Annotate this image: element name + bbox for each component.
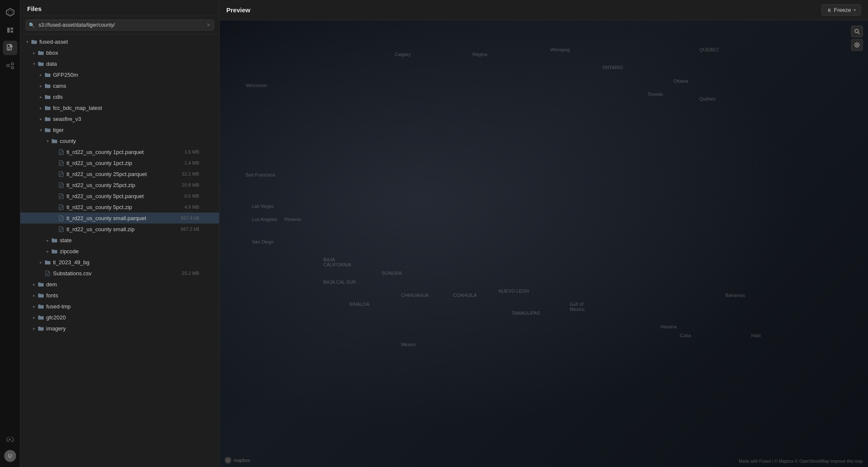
chevron-icon: ▾ [37, 126, 44, 133]
chevron-icon: ▸ [31, 281, 37, 288]
chevron-icon: ▸ [37, 259, 44, 266]
discord-icon[interactable] [3, 432, 17, 447]
chevron-down-icon: ▾ [854, 8, 856, 12]
tree-item-cdls[interactable]: ▸ cdls⋮ [20, 91, 219, 102]
tree-item-fonts[interactable]: ▸ fonts⋮ [20, 290, 219, 301]
tree-item-tl_rd22_5pct_parquet[interactable]: tl_rd22_us_county 5pct.parquet6.6 MB⬇⋮ [20, 190, 219, 201]
chevron-icon: ▾ [31, 60, 37, 67]
folder-icon [44, 259, 51, 266]
map-controls [851, 25, 863, 51]
item-name-cdls: cdls [53, 94, 206, 100]
svg-rect-9 [7, 64, 9, 67]
pause-icon: ⏸ [827, 8, 832, 13]
folder-icon [37, 303, 44, 310]
item-name-imagery: imagery [46, 325, 206, 332]
layers-icon[interactable] [3, 23, 17, 37]
tree-item-seasfire_v3[interactable]: ▸ seasfire_v3⋮ [20, 113, 219, 124]
preview-title: Preview [226, 6, 250, 14]
file-icon [58, 204, 64, 210]
clear-icon[interactable]: ✕ [206, 22, 211, 28]
item-name-fonts: fonts [46, 292, 206, 299]
file-panel: Files 🔍 ✕ ▾ fused-asset⋮▸ bbox⋮▾ data⋮▸ [20, 0, 220, 467]
item-name-county: county [60, 138, 206, 144]
tree-item-zipcode[interactable]: ▸ zipcode⋮ [20, 246, 219, 257]
map-gps-button[interactable] [851, 39, 863, 51]
folder-icon [37, 60, 44, 67]
tree-item-Substations_csv[interactable]: Substations.csv25.2 MB⬇⋮ [20, 268, 219, 279]
logo-icon[interactable] [3, 5, 17, 20]
tree-item-fused-asset[interactable]: ▾ fused-asset⋮ [20, 36, 219, 47]
tree-item-tl_rd22_1pct_parquet[interactable]: tl_rd22_us_county 1pct.parquet1.6 MB⬇⋮ [20, 146, 219, 157]
tree-item-dem[interactable]: ▸ dem⋮ [20, 279, 219, 290]
map-search-button[interactable] [851, 25, 863, 37]
user-avatar[interactable]: U [4, 450, 16, 462]
chevron-icon: ▸ [37, 115, 44, 122]
folder-icon [31, 38, 37, 45]
item-name-tl_rd22_25pct_parquet: tl_rd22_us_county 25pct.parquet [67, 171, 182, 177]
item-name-tl_2023_49_bg: tl_2023_49_bg [53, 259, 206, 266]
preview-panel: Preview ⏸ Freeze ▾ [220, 0, 868, 467]
no-chevron [51, 182, 58, 188]
svg-point-45 [855, 29, 858, 33]
tree-item-GFP250m[interactable]: ▸ GFP250m⋮ [20, 69, 219, 80]
svg-point-48 [856, 44, 858, 46]
svg-rect-4 [11, 31, 13, 33]
tree-item-tl_rd22_5pct_zip[interactable]: tl_rd22_us_county 5pct.zip4.9 MB⬇⋮ [20, 201, 219, 213]
svg-rect-2 [7, 28, 10, 33]
tree-item-gfc2020[interactable]: ▸ gfc2020⋮ [20, 312, 219, 323]
preview-header: Preview ⏸ Freeze ▾ [220, 0, 868, 20]
svg-rect-8 [8, 49, 10, 50]
tree-item-data[interactable]: ▾ data⋮ [20, 58, 219, 69]
item-name-fcc_bdc_map_latest: fcc_bdc_map_latest [53, 105, 206, 111]
file-icon [58, 159, 64, 166]
tree-item-tl_rd22_small_parquet[interactable]: tl_rd22_us_county small.parquet567.4 kB⬇… [20, 213, 219, 224]
files-icon[interactable] [3, 41, 17, 55]
tree-item-tl_rd22_small_zip[interactable]: tl_rd22_us_county small.zip667.2 kB⬇⋮ [20, 224, 219, 235]
file-icon [58, 148, 64, 155]
item-name-tiger: tiger [53, 127, 206, 133]
file-size-tl_rd22_5pct_zip: 4.9 MB [184, 204, 199, 210]
file-size-tl_rd22_25pct_parquet: 32.2 MB [182, 171, 199, 176]
tree-item-tiger[interactable]: ▾ tiger⋮ [20, 124, 219, 135]
folder-icon [51, 237, 58, 243]
tree-item-state[interactable]: ▸ state⋮ [20, 235, 219, 246]
tree-item-tl_2023_49_bg[interactable]: ▸ tl_2023_49_bg⋮ [20, 257, 219, 268]
file-size-tl_rd22_25pct_zip: 20.8 MB [182, 182, 199, 187]
tree-item-county[interactable]: ▾ county⋮ [20, 135, 219, 146]
no-chevron [51, 215, 58, 221]
tree-item-cams[interactable]: ▸ cams⋮ [20, 80, 219, 91]
tree-item-fcc_bdc_map_latest[interactable]: ▸ fcc_bdc_map_latest⋮ [20, 102, 219, 113]
item-name-gfc2020: gfc2020 [46, 314, 206, 321]
item-name-tl_rd22_25pct_zip: tl_rd22_us_county 25pct.zip [67, 182, 182, 188]
svg-rect-7 [8, 48, 11, 49]
map-attribution[interactable]: Made with Fused | © Mapbox © OpenStreetM… [739, 459, 863, 464]
tree-item-bbox[interactable]: ▸ bbox⋮ [20, 47, 219, 58]
chevron-icon: ▸ [37, 71, 44, 78]
file-icon [58, 215, 64, 221]
chevron-icon: ▸ [31, 314, 37, 321]
folder-icon [44, 115, 51, 122]
search-input[interactable] [25, 20, 214, 31]
chevron-icon: ▸ [37, 93, 44, 100]
icon-sidebar: U [0, 0, 20, 467]
chevron-icon: ▸ [31, 303, 37, 310]
file-icon [44, 270, 51, 277]
tree-item-imagery[interactable]: ▸ imagery⋮ [20, 323, 219, 334]
item-name-zipcode: zipcode [60, 248, 206, 254]
freeze-label: Freeze [834, 7, 851, 13]
freeze-button[interactable]: ⏸ Freeze ▾ [821, 4, 861, 16]
tree-item-fused-tmp[interactable]: ▸ fused-tmp⋮ [20, 301, 219, 312]
file-size-tl_rd22_1pct_parquet: 1.6 MB [184, 149, 199, 154]
workflow-icon[interactable] [3, 59, 17, 73]
tree-item-tl_rd22_1pct_zip[interactable]: tl_rd22_us_county 1pct.zip1.4 MB⬇⋮ [20, 157, 219, 168]
item-name-state: state [60, 237, 206, 243]
tree-item-tl_rd22_25pct_zip[interactable]: tl_rd22_us_county 25pct.zip20.8 MB⬇⋮ [20, 179, 219, 190]
tree-item-tl_rd22_25pct_parquet[interactable]: tl_rd22_us_county 25pct.parquet32.2 MB⬇⋮ [20, 168, 219, 179]
item-name-dem: dem [46, 281, 206, 288]
map-container[interactable]: Calgary Regina Winnipeg Vancouver ONTARI… [220, 20, 868, 467]
item-name-tl_rd22_1pct_zip: tl_rd22_us_county 1pct.zip [67, 160, 184, 166]
folder-icon [37, 325, 44, 332]
no-chevron [51, 193, 58, 199]
folder-icon [37, 281, 44, 288]
item-name-tl_rd22_1pct_parquet: tl_rd22_us_county 1pct.parquet [67, 149, 184, 155]
